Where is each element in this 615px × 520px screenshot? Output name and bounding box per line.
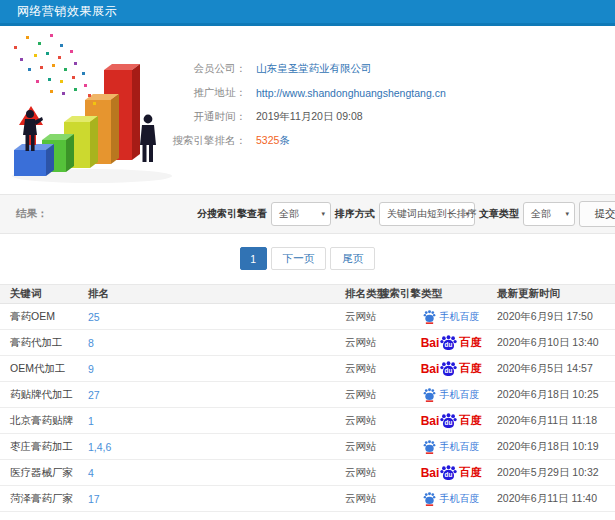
open-time-value: 2019年11月20日 09:08 bbox=[256, 110, 363, 124]
engine-filter-select[interactable]: 全部 ▾ bbox=[271, 202, 331, 226]
svg-text:du: du bbox=[445, 419, 453, 426]
page-1-button[interactable]: 1 bbox=[240, 247, 267, 270]
svg-text:du: du bbox=[445, 367, 453, 374]
cell-rank-type: 云网站 bbox=[345, 466, 405, 480]
cell-rank-type: 云网站 bbox=[345, 336, 405, 350]
table-row: 北京膏药贴牌 1 云网站 Bai du 百度 2020年6月11日 11:18 bbox=[0, 408, 615, 434]
table-row: 膏药代加工 8 云网站 Bai du 百度 2020年6月10日 13:40 bbox=[0, 330, 615, 356]
table-header-row: 关键词 排名 排名类型 搜索引擎类型 最新更新时间 bbox=[0, 284, 615, 304]
cell-rank: 9 bbox=[88, 363, 345, 375]
mobile-baidu-paw-icon bbox=[423, 440, 436, 454]
cell-keyword: OEM代加工 bbox=[10, 362, 88, 376]
cell-rank-type: 云网站 bbox=[345, 310, 405, 324]
cell-rank: 4 bbox=[88, 467, 345, 479]
cell-rank: 1 bbox=[88, 415, 345, 427]
field-company: 会员公司： 山东皇圣堂药业有限公司 bbox=[0, 57, 615, 81]
cell-engine: 手机百度 bbox=[405, 310, 497, 324]
caret-down-icon: ▾ bbox=[321, 210, 325, 218]
baidu-logo-icon: Bai du 百度 bbox=[421, 335, 482, 351]
cell-rank-type: 云网站 bbox=[345, 414, 405, 428]
article-type-value: 全部 bbox=[531, 207, 551, 221]
sort-filter-select[interactable]: 关键词由短到长排序 ▾ bbox=[379, 202, 475, 226]
cell-updated: 2020年6月11日 11:18 bbox=[497, 414, 615, 428]
cell-engine: Bai du 百度 bbox=[405, 465, 497, 481]
cell-rank: 27 bbox=[88, 389, 345, 401]
cell-rank-type: 云网站 bbox=[345, 492, 405, 506]
page-title: 网络营销效果展示 bbox=[17, 3, 117, 20]
table-row: 医疗器械厂家 4 云网站 Bai du 百度 2020年5月29日 10:32 bbox=[0, 460, 615, 486]
cell-updated: 2020年6月18日 10:25 bbox=[497, 388, 615, 402]
member-fields: 会员公司： 山东皇圣堂药业有限公司 推广地址： http://www.shand… bbox=[0, 57, 615, 153]
next-page-button[interactable]: 下一页 bbox=[271, 247, 327, 270]
baidu-logo-icon: Bai du 百度 bbox=[421, 413, 482, 429]
mobile-baidu-paw-icon bbox=[423, 492, 436, 506]
baidu-paw-icon: du bbox=[440, 335, 457, 351]
cell-updated: 2020年6月9日 17:50 bbox=[497, 310, 615, 324]
cell-rank: 1,4,6 bbox=[88, 441, 345, 453]
cell-rank-type: 云网站 bbox=[345, 440, 405, 454]
mobile-baidu-paw-icon bbox=[423, 310, 436, 324]
open-time-label: 开通时间： bbox=[0, 110, 246, 124]
cell-updated: 2020年6月10日 13:40 bbox=[497, 336, 615, 350]
promo-url-label: 推广地址： bbox=[0, 86, 246, 100]
cell-engine: 手机百度 bbox=[405, 492, 497, 506]
mobile-baidu-label: 手机百度 bbox=[440, 310, 480, 324]
result-label: 结果： bbox=[16, 195, 48, 233]
mobile-baidu-icon: 手机百度 bbox=[423, 492, 480, 506]
top-header-bar: 网络营销效果展示 bbox=[0, 0, 615, 26]
svg-text:du: du bbox=[445, 471, 453, 478]
baidu-paw-icon: du bbox=[440, 465, 457, 481]
mobile-baidu-icon: 手机百度 bbox=[423, 440, 480, 454]
cell-engine: 手机百度 bbox=[405, 388, 497, 402]
ranking-count-number: 5325 bbox=[256, 134, 279, 146]
member-info-section: 会员公司： 山东皇圣堂药业有限公司 推广地址： http://www.shand… bbox=[0, 26, 615, 192]
cell-rank: 17 bbox=[88, 493, 345, 505]
baidu-paw-icon: du bbox=[440, 413, 457, 429]
cell-updated: 2020年6月11日 11:40 bbox=[497, 492, 615, 506]
sort-filter-value: 关键词由短到长排序 bbox=[387, 207, 477, 221]
article-type-label: 文章类型 bbox=[479, 207, 519, 221]
cell-engine: Bai du 百度 bbox=[405, 361, 497, 377]
last-page-button[interactable]: 尾页 bbox=[330, 247, 375, 270]
engine-filter-value: 全部 bbox=[279, 207, 299, 221]
company-link[interactable]: 山东皇圣堂药业有限公司 bbox=[256, 62, 372, 74]
company-label: 会员公司： bbox=[0, 62, 246, 76]
mobile-baidu-icon: 手机百度 bbox=[423, 388, 480, 402]
cell-keyword: 菏泽膏药厂家 bbox=[10, 492, 88, 506]
table-row: 药贴牌代加工 27 云网站 手机百度 2020年6月18日 10:25 bbox=[0, 382, 615, 408]
baidu-logo-icon: Bai du 百度 bbox=[421, 361, 482, 377]
mobile-baidu-icon: 手机百度 bbox=[423, 310, 480, 324]
field-open-time: 开通时间： 2019年11月20日 09:08 bbox=[0, 105, 615, 129]
article-type-select[interactable]: 全部 ▾ bbox=[523, 202, 575, 226]
cell-updated: 2020年6月5日 14:57 bbox=[497, 362, 615, 376]
cell-keyword: 膏药OEM bbox=[10, 310, 88, 324]
caret-down-icon: ▾ bbox=[565, 210, 569, 218]
ranking-count-label: 搜索引擎排名： bbox=[0, 134, 246, 148]
cell-updated: 2020年6月18日 10:19 bbox=[497, 440, 615, 454]
baidu-paw-icon: du bbox=[440, 361, 457, 377]
engine-filter-label: 分搜索引擎查看 bbox=[197, 207, 267, 221]
sort-filter-label: 排序方式 bbox=[335, 207, 375, 221]
mobile-baidu-label: 手机百度 bbox=[440, 440, 480, 454]
cell-updated: 2020年5月29日 10:32 bbox=[497, 466, 615, 480]
submit-button[interactable]: 提交 bbox=[579, 201, 615, 227]
table-row: 膏药OEM 25 云网站 手机百度 2020年6月9日 17:50 bbox=[0, 304, 615, 330]
column-header-keyword: 关键词 bbox=[10, 287, 88, 301]
column-header-engine-type: 搜索引擎类型 bbox=[379, 287, 497, 301]
cell-engine: Bai du 百度 bbox=[405, 335, 497, 351]
cell-keyword: 北京膏药贴牌 bbox=[10, 414, 88, 428]
baidu-logo-icon: Bai du 百度 bbox=[421, 465, 482, 481]
table-row: 菏泽膏药厂家 17 云网站 手机百度 2020年6月11日 11:40 bbox=[0, 486, 615, 512]
cell-rank-type: 云网站 bbox=[345, 362, 405, 376]
promo-url-link[interactable]: http://www.shandonghuangshengtang.cn bbox=[256, 87, 446, 99]
table-body: 膏药OEM 25 云网站 手机百度 2020年6月9日 17:50 膏药代加工 … bbox=[0, 304, 615, 512]
mobile-baidu-paw-icon bbox=[423, 388, 436, 402]
field-promo-url: 推广地址： http://www.shandonghuangshengtang.… bbox=[0, 81, 615, 105]
caret-down-icon: ▾ bbox=[465, 210, 469, 218]
cell-rank-type: 云网站 bbox=[345, 388, 405, 402]
cell-engine: Bai du 百度 bbox=[405, 413, 497, 429]
cell-rank: 8 bbox=[88, 337, 345, 349]
ranking-count-unit: 条 bbox=[279, 134, 290, 146]
cell-keyword: 药贴牌代加工 bbox=[10, 388, 88, 402]
column-header-updated: 最新更新时间 bbox=[497, 287, 615, 301]
